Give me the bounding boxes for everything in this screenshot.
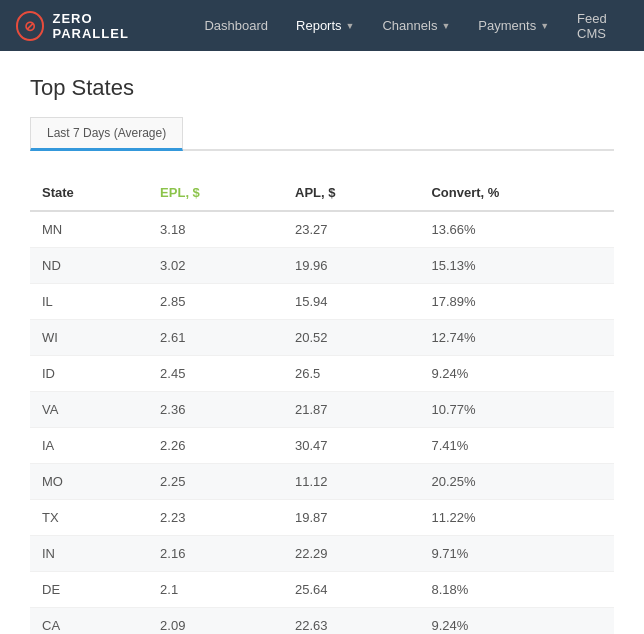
nav-payments[interactable]: Payments ▼ <box>464 0 563 51</box>
cell-epl: 2.16 <box>148 536 283 572</box>
table-row: IA2.2630.477.41% <box>30 428 614 464</box>
nav-feed-cms[interactable]: Feed CMS <box>563 0 628 51</box>
col-convert: Convert, % <box>419 175 614 211</box>
cell-apl: 19.96 <box>283 248 419 284</box>
cell-state: ND <box>30 248 148 284</box>
cell-convert: 9.71% <box>419 536 614 572</box>
col-apl: APL, $ <box>283 175 419 211</box>
cell-convert: 7.41% <box>419 428 614 464</box>
cell-epl: 3.18 <box>148 211 283 248</box>
tab-last7days[interactable]: Last 7 Days (Average) <box>30 117 183 151</box>
cell-epl: 3.02 <box>148 248 283 284</box>
col-epl: EPL, $ <box>148 175 283 211</box>
cell-convert: 11.22% <box>419 500 614 536</box>
nav-dashboard[interactable]: Dashboard <box>190 0 282 51</box>
table-row: CA2.0922.639.24% <box>30 608 614 635</box>
brand-icon: ⊘ <box>16 11 44 41</box>
cell-convert: 9.24% <box>419 608 614 635</box>
cell-state: MN <box>30 211 148 248</box>
cell-convert: 20.25% <box>419 464 614 500</box>
cell-epl: 2.36 <box>148 392 283 428</box>
nav-items: Dashboard Reports ▼ Channels ▼ Payments … <box>190 0 628 51</box>
cell-epl: 2.85 <box>148 284 283 320</box>
table-row: VA2.3621.8710.77% <box>30 392 614 428</box>
main-content: Top States Last 7 Days (Average) State E… <box>0 51 644 634</box>
cell-apl: 25.64 <box>283 572 419 608</box>
cell-convert: 17.89% <box>419 284 614 320</box>
table-row: ND3.0219.9615.13% <box>30 248 614 284</box>
cell-state: DE <box>30 572 148 608</box>
cell-convert: 15.13% <box>419 248 614 284</box>
page-title: Top States <box>30 75 614 101</box>
col-state: State <box>30 175 148 211</box>
table-header: State EPL, $ APL, $ Convert, % <box>30 175 614 211</box>
brand-name: ZERO PARALLEL <box>52 11 166 41</box>
cell-apl: 11.12 <box>283 464 419 500</box>
brand: ⊘ ZERO PARALLEL <box>16 11 166 41</box>
cell-apl: 23.27 <box>283 211 419 248</box>
cell-state: WI <box>30 320 148 356</box>
cell-epl: 2.1 <box>148 572 283 608</box>
cell-apl: 30.47 <box>283 428 419 464</box>
table-row: WI2.6120.5212.74% <box>30 320 614 356</box>
table-row: ID2.4526.59.24% <box>30 356 614 392</box>
cell-convert: 12.74% <box>419 320 614 356</box>
cell-convert: 10.77% <box>419 392 614 428</box>
cell-state: CA <box>30 608 148 635</box>
tab-bar: Last 7 Days (Average) <box>30 117 614 151</box>
cell-apl: 20.52 <box>283 320 419 356</box>
top-states-table: State EPL, $ APL, $ Convert, % MN3.1823.… <box>30 175 614 634</box>
table-row: IN2.1622.299.71% <box>30 536 614 572</box>
table-row: MO2.2511.1220.25% <box>30 464 614 500</box>
cell-apl: 26.5 <box>283 356 419 392</box>
cell-state: IN <box>30 536 148 572</box>
cell-apl: 19.87 <box>283 500 419 536</box>
cell-state: IL <box>30 284 148 320</box>
navbar: ⊘ ZERO PARALLEL Dashboard Reports ▼ Chan… <box>0 0 644 51</box>
cell-state: IA <box>30 428 148 464</box>
cell-state: VA <box>30 392 148 428</box>
cell-convert: 9.24% <box>419 356 614 392</box>
nav-channels[interactable]: Channels ▼ <box>368 0 464 51</box>
table-body: MN3.1823.2713.66%ND3.0219.9615.13%IL2.85… <box>30 211 614 634</box>
channels-dropdown-arrow: ▼ <box>441 21 450 31</box>
cell-epl: 2.09 <box>148 608 283 635</box>
cell-epl: 2.45 <box>148 356 283 392</box>
cell-epl: 2.26 <box>148 428 283 464</box>
nav-reports[interactable]: Reports ▼ <box>282 0 368 51</box>
reports-dropdown-arrow: ▼ <box>346 21 355 31</box>
payments-dropdown-arrow: ▼ <box>540 21 549 31</box>
cell-convert: 13.66% <box>419 211 614 248</box>
cell-convert: 8.18% <box>419 572 614 608</box>
table-row: IL2.8515.9417.89% <box>30 284 614 320</box>
table-row: MN3.1823.2713.66% <box>30 211 614 248</box>
cell-epl: 2.25 <box>148 464 283 500</box>
cell-state: ID <box>30 356 148 392</box>
cell-apl: 21.87 <box>283 392 419 428</box>
table-row: TX2.2319.8711.22% <box>30 500 614 536</box>
cell-state: MO <box>30 464 148 500</box>
cell-epl: 2.23 <box>148 500 283 536</box>
cell-apl: 22.63 <box>283 608 419 635</box>
cell-apl: 22.29 <box>283 536 419 572</box>
cell-state: TX <box>30 500 148 536</box>
cell-epl: 2.61 <box>148 320 283 356</box>
table-row: DE2.125.648.18% <box>30 572 614 608</box>
cell-apl: 15.94 <box>283 284 419 320</box>
